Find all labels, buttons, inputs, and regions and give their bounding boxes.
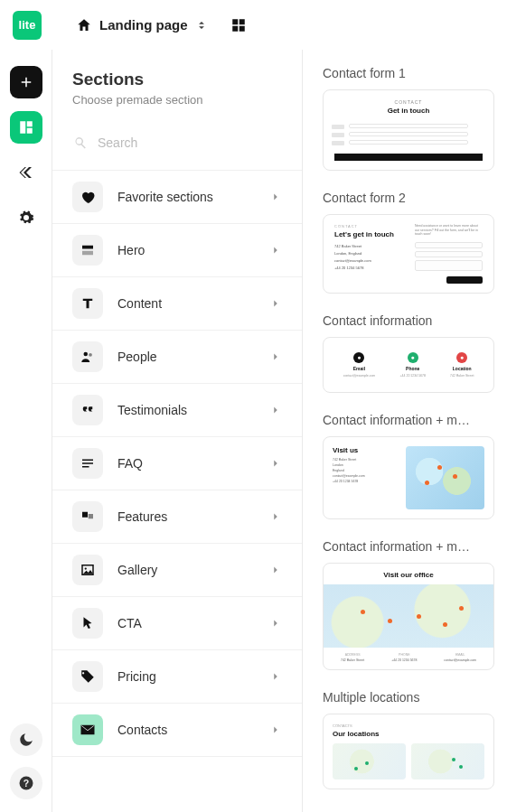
preview-heading: Let's get in touch bbox=[334, 230, 402, 238]
category-label: Hero bbox=[117, 243, 255, 257]
search-icon bbox=[72, 135, 89, 151]
category-heart[interactable]: Favorite sections bbox=[52, 170, 302, 224]
svg-rect-14 bbox=[82, 462, 93, 464]
brand-logo[interactable]: lite bbox=[13, 11, 42, 40]
preview-field bbox=[415, 242, 483, 248]
preview-col-label: EMAIL bbox=[455, 653, 465, 657]
category-label: Contacts bbox=[117, 723, 255, 737]
preview-text: +44 20 1234 5678 bbox=[334, 266, 402, 270]
chevron-right-icon bbox=[269, 617, 282, 630]
preview-column: PHONE+44 20 1234 5678 bbox=[391, 653, 417, 662]
text-icon bbox=[72, 288, 103, 319]
search-field[interactable] bbox=[72, 125, 282, 161]
theme-toggle-button[interactable] bbox=[10, 723, 42, 756]
panel-title: Sections bbox=[72, 70, 282, 89]
svg-point-19 bbox=[85, 567, 87, 569]
preview-text: 742 Baker Street bbox=[334, 244, 402, 248]
sections-panel: Sections Choose premade section Favorite… bbox=[52, 50, 303, 812]
category-label: Pricing bbox=[117, 669, 255, 684]
pin-icon: ● bbox=[456, 352, 467, 363]
svg-rect-9 bbox=[82, 246, 93, 249]
preview-item: Contact form 1CONTACTGet in touch bbox=[323, 66, 494, 171]
category-label: Favorite sections bbox=[117, 190, 255, 204]
help-button[interactable]: ? bbox=[10, 767, 42, 799]
preview-text: contact@example.com bbox=[333, 474, 397, 478]
preview-col-value: contact@example.com bbox=[444, 658, 476, 662]
breadcrumb-label: Landing page bbox=[99, 17, 188, 33]
topbar: lite Landing page bbox=[0, 0, 507, 50]
category-text[interactable]: Content bbox=[52, 277, 302, 331]
category-label: CTA bbox=[117, 616, 255, 630]
preview-card[interactable]: ●Emailcontact@example.com●Phone+44 20 12… bbox=[323, 337, 494, 393]
preview-kicker: CONTACTS bbox=[333, 723, 484, 728]
svg-rect-2 bbox=[232, 25, 238, 31]
chevron-right-icon bbox=[269, 404, 282, 416]
mail-icon: ● bbox=[353, 352, 364, 363]
svg-rect-17 bbox=[89, 514, 93, 518]
category-people[interactable]: People bbox=[52, 331, 302, 384]
svg-rect-13 bbox=[82, 460, 93, 462]
preview-card[interactable]: Visit our officeADDRESS742 Baker StreetP… bbox=[323, 563, 494, 670]
panel-header: Sections Choose premade section bbox=[52, 70, 302, 119]
plus-icon bbox=[18, 74, 34, 90]
preview-button bbox=[446, 276, 483, 284]
category-label: Features bbox=[117, 509, 255, 524]
svg-rect-1 bbox=[239, 19, 244, 24]
preview-heading: Our locations bbox=[333, 730, 484, 738]
preview-card[interactable]: CONTACTSOur locations bbox=[323, 714, 494, 789]
home-icon bbox=[76, 17, 92, 33]
previews-column: Contact form 1CONTACTGet in touchContact… bbox=[303, 50, 507, 812]
category-label: Testimonials bbox=[117, 403, 255, 417]
category-list[interactable]: FAQ bbox=[52, 437, 302, 490]
chevron-right-icon bbox=[269, 670, 282, 683]
svg-rect-15 bbox=[82, 466, 89, 468]
preview-card[interactable]: CONTACTLet's get in touch742 Baker Stree… bbox=[323, 214, 494, 294]
apps-button[interactable] bbox=[224, 11, 253, 40]
preview-column: ADDRESS742 Baker Street bbox=[341, 653, 364, 662]
cursor-icon bbox=[72, 608, 103, 639]
cards-icon bbox=[72, 501, 103, 532]
preview-column: EMAILcontact@example.com bbox=[444, 653, 476, 662]
rail-add-button[interactable] bbox=[10, 66, 42, 98]
map-icon bbox=[411, 743, 484, 779]
svg-point-12 bbox=[89, 353, 92, 357]
preview-item: Multiple locationsCONTACTSOur locations bbox=[323, 690, 494, 789]
preview-item: Contact information + m…Visit us742 Bake… bbox=[323, 413, 494, 519]
preview-field bbox=[349, 124, 467, 128]
grid-icon bbox=[230, 17, 247, 33]
category-mail[interactable]: Contacts bbox=[52, 704, 302, 757]
svg-point-11 bbox=[84, 352, 89, 357]
preview-item: Contact information●Emailcontact@example… bbox=[323, 313, 494, 393]
preview-label: Email bbox=[353, 366, 365, 371]
chevron-right-icon bbox=[269, 191, 282, 203]
preview-field bbox=[349, 132, 467, 136]
svg-rect-0 bbox=[232, 19, 238, 24]
preview-field bbox=[415, 260, 483, 271]
breadcrumb[interactable]: Landing page bbox=[58, 17, 208, 33]
brand-label: lite bbox=[19, 18, 36, 32]
preview-title: Contact information + m… bbox=[323, 413, 494, 427]
preview-card[interactable]: Visit us742 Baker StreetLondonEnglandcon… bbox=[323, 436, 494, 519]
category-cursor[interactable]: CTA bbox=[52, 597, 302, 650]
rail-settings-button[interactable] bbox=[10, 201, 42, 234]
category-hero[interactable]: Hero bbox=[52, 224, 302, 277]
rail-tag-button[interactable] bbox=[10, 156, 42, 189]
help-icon: ? bbox=[18, 775, 34, 791]
preview-card[interactable]: CONTACTGet in touch bbox=[323, 89, 494, 171]
preview-text: Need assistance or want to learn more ab… bbox=[415, 224, 483, 237]
preview-title: Contact form 2 bbox=[323, 191, 494, 205]
chevron-right-icon bbox=[269, 457, 282, 470]
map-icon bbox=[324, 584, 493, 648]
preview-text: +44 20 1234 5678 bbox=[333, 480, 397, 483]
hero-icon bbox=[72, 235, 103, 266]
preview-text: contact@example.com bbox=[334, 258, 402, 263]
category-image[interactable]: Gallery bbox=[52, 544, 302, 597]
preview-info-item: ●Emailcontact@example.com bbox=[343, 352, 376, 378]
rail-layout-button[interactable] bbox=[10, 111, 42, 144]
category-tag[interactable]: Pricing bbox=[52, 650, 302, 704]
image-icon bbox=[72, 555, 103, 585]
search-input[interactable] bbox=[98, 135, 282, 150]
category-quote[interactable]: Testimonials bbox=[52, 384, 302, 437]
preview-button bbox=[334, 154, 483, 161]
category-cards[interactable]: Features bbox=[52, 490, 302, 544]
